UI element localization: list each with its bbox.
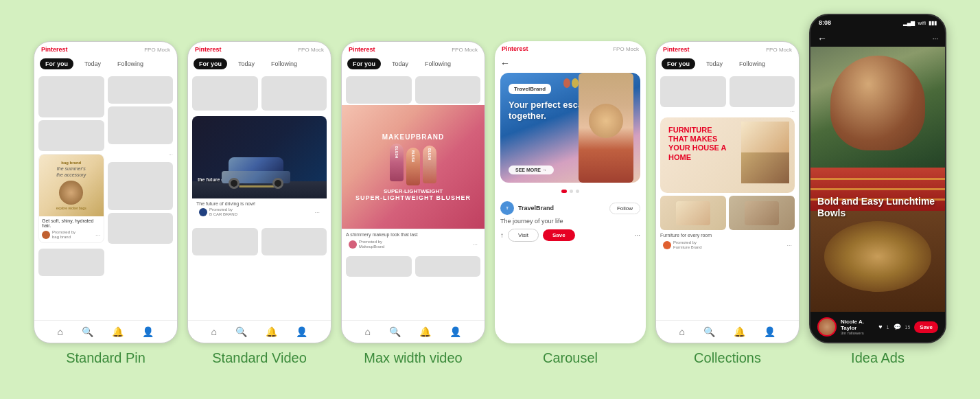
follow-button[interactable]: Follow <box>609 203 640 214</box>
sv-ad-text: The future of driving is now! <box>196 201 323 206</box>
col-tab-foryou[interactable]: For you <box>662 58 695 69</box>
sv-profile-icon[interactable]: 👤 <box>296 326 307 337</box>
col-top-row <box>656 73 799 109</box>
mw-dots[interactable]: ··· <box>472 241 478 248</box>
heart-icon[interactable]: ♥ <box>878 323 882 330</box>
sv-search-icon[interactable]: 🔍 <box>235 326 247 337</box>
sv-tab-today[interactable]: Today <box>233 58 260 69</box>
max-width-label: Max width video <box>364 350 462 366</box>
stripe-2 <box>810 188 945 190</box>
mw-ph3 <box>346 256 412 277</box>
more-options-icon[interactable]: ··· <box>635 231 640 239</box>
col-profile-icon[interactable]: 👤 <box>764 326 775 337</box>
share-icon[interactable]: ↑ <box>500 231 504 239</box>
home-icon[interactable]: ⌂ <box>58 326 63 337</box>
idea-save-button[interactable]: Save <box>914 321 938 333</box>
collections-hero-img <box>741 122 789 183</box>
tab-following[interactable]: Following <box>112 58 149 69</box>
sv-placeholder-2 <box>261 76 327 111</box>
sv-promoted: Promoted byB CAR BRAND ··· <box>196 206 323 220</box>
sv-tab-following[interactable]: Following <box>266 58 303 69</box>
sv-placeholder-1 <box>192 76 258 111</box>
idea-content: Bold and Easy Lunchtime Bowls <box>810 47 945 312</box>
sv-topbar: Pinterest FPO Mock <box>188 42 331 56</box>
mw-search-icon[interactable]: 🔍 <box>389 326 401 337</box>
mw-tab-today[interactable]: Today <box>386 58 414 69</box>
mw-profile-icon[interactable]: 👤 <box>450 326 461 337</box>
sv-content: the future of driving is here The future… <box>188 73 331 320</box>
mw-promo-text: Promoted byMakeupBrand <box>359 240 384 249</box>
wifi-icon: wifi <box>918 20 926 26</box>
dot-3[interactable] <box>576 190 579 193</box>
col-tab-today[interactable]: Today <box>701 58 728 69</box>
idea-bg-person <box>810 47 945 219</box>
comment-count: 15 <box>905 325 911 330</box>
mw-ph2 <box>415 76 481 104</box>
col-room-label: Furniture for every room <box>660 233 795 238</box>
sv-tab-foryou[interactable]: For you <box>194 58 227 69</box>
sv-placeholder-4 <box>261 228 327 255</box>
mw-tab-following[interactable]: Following <box>419 58 456 69</box>
idea-food-area <box>810 211 945 312</box>
carousel-top-row: ← <box>495 55 646 70</box>
makeup-products: BLUSH BLUSH BLUSH <box>390 144 436 185</box>
col-content: ··· Furniture BRAND FURNITURE THAT MAKES… <box>656 73 799 320</box>
col-sofa-top <box>741 122 789 152</box>
bell-icon[interactable]: 🔔 <box>112 326 124 337</box>
sv-promo-text: Promoted byB CAR BRAND <box>209 207 237 217</box>
pin-placeholder-1 <box>38 76 104 117</box>
collections-hero-text: FURNITURE THAT MAKES YOUR HOUSE A HOME <box>668 126 734 162</box>
dot-1[interactable] <box>561 190 567 193</box>
idea-face <box>830 56 924 150</box>
mw-tab-foryou[interactable]: For you <box>347 58 381 69</box>
sv-dots[interactable]: ··· <box>314 209 320 216</box>
col-tab-following[interactable]: Following <box>734 58 771 69</box>
dot-2[interactable] <box>570 190 573 193</box>
col-dots-menu[interactable]: ··· <box>786 242 792 249</box>
col-search-icon[interactable]: 🔍 <box>703 326 715 337</box>
carousel-dots <box>495 185 646 197</box>
mw-bottom-nav: ⌂ 🔍 🔔 👤 <box>342 320 485 343</box>
sv-bell-icon[interactable]: 🔔 <box>266 326 277 337</box>
sv-fpo: FPO Mock <box>298 47 324 53</box>
idea-topbar: 8:08 ▂▄▆ wifi ▮▮▮ <box>810 15 945 30</box>
tab-today[interactable]: Today <box>79 58 106 69</box>
idea-nav-row: ← ··· <box>810 30 945 47</box>
standard-pin-label: Standard Pin <box>66 350 145 366</box>
idea-more-icon[interactable]: ··· <box>933 35 938 43</box>
idea-text-overlay: Bold and Easy Lunchtime Bowls <box>817 196 938 219</box>
battery-icon: ▮▮▮ <box>929 20 937 26</box>
carousel-content: ← TravelBrand Your perfect escape togeth… <box>495 55 646 343</box>
idea-status-icons: ▂▄▆ wifi ▮▮▮ <box>903 20 937 26</box>
save-button[interactable]: Save <box>543 229 575 241</box>
col-home-icon[interactable]: ⌂ <box>679 326 685 337</box>
profile-icon[interactable]: 👤 <box>142 326 154 337</box>
mw-bell-icon[interactable]: 🔔 <box>419 326 431 337</box>
sv-bottom-nav: ⌂ 🔍 🔔 👤 <box>188 320 331 343</box>
col-logo: Pinterest <box>663 46 690 53</box>
idea-user-info: Nicole A. Taylor 3m followers <box>841 319 874 335</box>
comment-icon[interactable]: 💬 <box>894 323 901 330</box>
standard-pin-bottom-nav: ⌂ 🔍 🔔 👤 <box>34 320 177 343</box>
pin-placeholder-4 <box>108 76 174 104</box>
sv-home-icon[interactable]: ⌂ <box>211 326 217 337</box>
travel-brand-name: TravelBrand <box>518 205 605 212</box>
search-icon[interactable]: 🔍 <box>82 326 93 337</box>
pin-dots[interactable]: ··· <box>95 231 101 238</box>
pin-placeholder-5 <box>108 106 174 144</box>
collections-ad: Furniture BRAND FURNITURE THAT MAKES YOU… <box>656 115 799 255</box>
col-bell-icon[interactable]: 🔔 <box>734 326 745 337</box>
carousel-balloons <box>563 78 579 88</box>
sv-avatar <box>199 208 207 216</box>
mw-fpo: FPO Mock <box>452 47 478 53</box>
standard-pin-content: bag brand the summer'sthe accessory expl… <box>34 73 177 320</box>
idea-back-icon[interactable]: ← <box>817 33 827 44</box>
mw-home-icon[interactable]: ⌂ <box>365 326 371 337</box>
stripe-1 <box>810 178 945 180</box>
visit-button[interactable]: Visit <box>508 229 539 242</box>
tab-for-you[interactable]: For you <box>40 58 73 69</box>
see-more-button[interactable]: SEE MORE → <box>509 166 554 174</box>
mw-promoted: Promoted byMakeupBrand ··· <box>346 238 480 252</box>
nav-tabs: For you Today Following <box>34 56 177 73</box>
back-arrow-icon[interactable]: ← <box>500 58 510 69</box>
